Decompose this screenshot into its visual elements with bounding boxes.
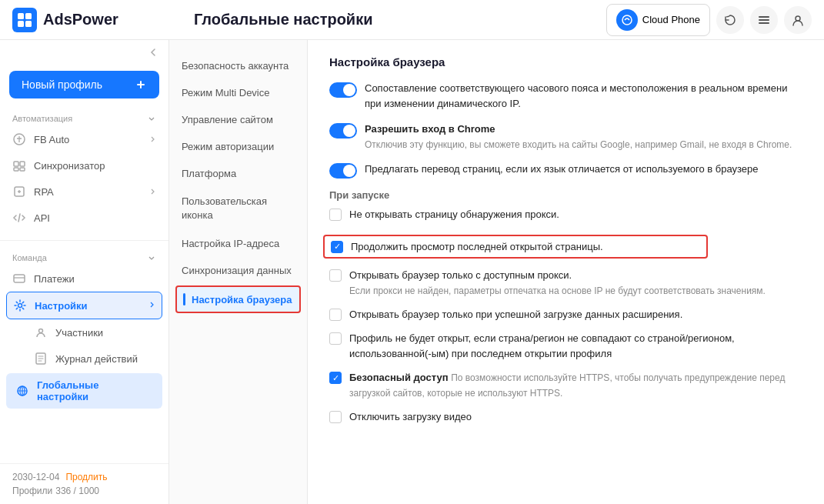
- renew-link[interactable]: Продлить: [65, 472, 107, 482]
- active-indicator: [183, 293, 185, 305]
- nav-item-multi-device[interactable]: Режим Multi Device: [169, 79, 307, 106]
- sidebar-item-global-settings[interactable]: Глобальные настройки: [6, 373, 162, 409]
- sidebar-item-journal[interactable]: Журнал действий: [0, 345, 168, 372]
- toggle-chrome-login[interactable]: [329, 123, 357, 139]
- checkbox-no-proxy-page[interactable]: [329, 209, 342, 221]
- cloud-phone-label: Cloud Phone: [642, 14, 700, 25]
- checkbox-continue-viewing[interactable]: [331, 241, 343, 253]
- checkbox-item-extension-load: Открывать браузер только при успешной за…: [329, 307, 802, 322]
- svg-rect-0: [18, 13, 24, 19]
- on-start-title: При запуске: [329, 189, 802, 201]
- content-area: Настройка браузера Сопоставление соответ…: [308, 40, 824, 504]
- svg-rect-3: [25, 21, 32, 27]
- svg-rect-12: [14, 162, 18, 166]
- profiles-label: Профили: [12, 486, 52, 496]
- nav-item-security[interactable]: Безопасность аккаунта: [169, 52, 307, 79]
- automation-section: Автоматизация FB Auto Синхронизатор: [0, 105, 168, 237]
- svg-rect-6: [759, 19, 769, 21]
- checkbox-label-extension-load: Открывать браузер только при успешной за…: [349, 307, 682, 322]
- toggle-translate[interactable]: [329, 163, 357, 179]
- nav-item-browser-settings[interactable]: Настройка браузера: [175, 285, 301, 313]
- team-section-title: Команда: [0, 250, 168, 265]
- avatar-button[interactable]: [784, 6, 812, 34]
- nav-item-data-sync[interactable]: Синхронизация данных: [169, 257, 307, 284]
- team-section: Команда Платежи Настройки: [0, 244, 168, 416]
- sidebar-item-fb-auto[interactable]: FB Auto: [0, 126, 168, 152]
- logo-text: AdsPower: [43, 11, 118, 28]
- toggle-label-timezone: Сопоставление соответствующего часового …: [365, 81, 802, 111]
- sidebar-item-settings[interactable]: Настройки: [6, 292, 162, 319]
- new-profile-button[interactable]: Новый профиль: [9, 71, 159, 98]
- checkbox-label-disable-video: Отключить загрузку видео: [349, 409, 472, 425]
- checkbox-item-safe-access: Безопасный доступ По возможности использ…: [329, 370, 802, 400]
- svg-rect-2: [18, 21, 24, 27]
- toggle-label-translate: Предлагать перевод страниц, если их язык…: [365, 162, 802, 177]
- rpa-icon: [12, 185, 26, 199]
- header-actions: Cloud Phone: [606, 4, 812, 36]
- logo-area: AdsPower: [12, 8, 182, 32]
- checkbox-item-region-match: Профиль не будет открыт, если страна/рег…: [329, 331, 802, 361]
- logo-icon: [12, 8, 37, 32]
- svg-point-4: [622, 15, 632, 25]
- nav-item-platform[interactable]: Платформа: [169, 160, 307, 187]
- nav-item-user-icon[interactable]: Пользовательская иконка: [169, 187, 307, 230]
- svg-point-18: [18, 304, 22, 308]
- checkbox-region-match[interactable]: [329, 332, 342, 345]
- toggle-item-chrome-login: Разрешить вход в Chrome Отключив эту фун…: [329, 122, 802, 151]
- cloud-phone-icon: [616, 9, 638, 31]
- checkbox-label-no-proxy-page: Не открывать страницу обнаружения прокси…: [349, 207, 559, 222]
- header: AdsPower Глобальные настройки Cloud Phon…: [0, 0, 824, 40]
- checkbox-item-only-proxy: Открывать браузер только с доступным про…: [329, 268, 802, 297]
- checkbox-only-proxy[interactable]: [329, 269, 342, 282]
- svg-rect-10: [137, 84, 145, 85]
- checkbox-item-no-proxy-page: Не открывать страницу обнаружения прокси…: [329, 207, 802, 222]
- checkbox-label-region-match: Профиль не будет открыт, если страна/рег…: [349, 331, 802, 361]
- api-icon: [12, 211, 26, 225]
- checkbox-safe-access[interactable]: [329, 372, 342, 384]
- fb-icon: [12, 132, 26, 146]
- sidebar-collapse[interactable]: [0, 40, 168, 65]
- checkbox-disable-video[interactable]: [329, 411, 342, 423]
- svg-point-19: [39, 329, 43, 333]
- bottom-info: 2030-12-04 Продлить Профили 336 / 1000: [0, 463, 168, 504]
- expiry-date: 2030-12-04: [12, 472, 59, 482]
- checkbox-label-safe-access: Безопасный доступ По возможности использ…: [349, 370, 802, 400]
- checkbox-item-continue-viewing-wrapper: Продолжить просмотр последней открытой с…: [323, 235, 708, 259]
- nav-item-site-management[interactable]: Управление сайтом: [169, 106, 307, 133]
- sidebar-item-sync[interactable]: Синхронизатор: [0, 152, 168, 179]
- members-icon: [34, 325, 48, 339]
- menu-button[interactable]: [750, 6, 778, 34]
- checkbox-label-continue-viewing: Продолжить просмотр последней открытой с…: [351, 239, 603, 255]
- sidebar-item-rpa[interactable]: RPA: [0, 179, 168, 205]
- cloud-phone-button[interactable]: Cloud Phone: [606, 4, 710, 36]
- checkbox-extension-load[interactable]: [329, 309, 342, 321]
- middle-nav: Безопасность аккаунта Режим Multi Device…: [169, 40, 308, 504]
- sidebar-item-api[interactable]: API: [0, 205, 168, 231]
- checkbox-sublabel-only-proxy: Если прокси не найден, параметры отпечат…: [349, 285, 802, 298]
- toggle-timezone[interactable]: [329, 82, 357, 98]
- svg-rect-7: [759, 22, 769, 24]
- svg-rect-13: [20, 162, 25, 166]
- svg-rect-15: [20, 168, 25, 171]
- sidebar: Новый профиль Автоматизация FB Auto: [0, 40, 169, 504]
- checkbox-item-disable-video: Отключить загрузку видео: [329, 409, 802, 425]
- journal-icon: [34, 352, 48, 365]
- nav-item-auth-mode[interactable]: Режим авторизации: [169, 133, 307, 160]
- toggle-item-translate: Предлагать перевод страниц, если их язык…: [329, 162, 802, 179]
- nav-item-ip-settings[interactable]: Настройка IP-адреса: [169, 230, 307, 257]
- svg-rect-17: [14, 275, 25, 282]
- sidebar-item-payments[interactable]: Платежи: [0, 265, 168, 292]
- sidebar-item-members[interactable]: Участники: [0, 319, 168, 345]
- page-title: Глобальные настройки: [182, 11, 606, 28]
- sync-icon: [12, 159, 26, 172]
- settings-icon: [13, 299, 27, 312]
- profiles-count: 336 / 1000: [55, 486, 99, 496]
- svg-point-8: [796, 16, 800, 21]
- svg-rect-14: [14, 168, 18, 171]
- refresh-button[interactable]: [716, 6, 744, 34]
- toggle-label-chrome-login: Разрешить вход в Chrome: [365, 122, 802, 137]
- global-settings-icon: [15, 384, 29, 398]
- toggle-item-timezone: Сопоставление соответствующего часового …: [329, 81, 802, 111]
- payments-icon: [12, 272, 26, 285]
- main-layout: Новый профиль Автоматизация FB Auto: [0, 40, 824, 504]
